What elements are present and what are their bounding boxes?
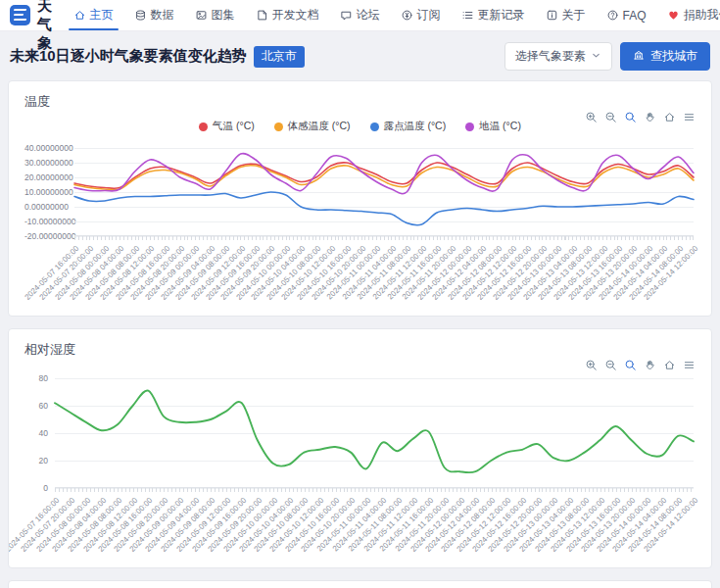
nav-item-label: 订阅 <box>417 7 441 24</box>
nav-item-gallery[interactable]: 图集 <box>192 0 238 30</box>
legend-dot <box>274 122 283 131</box>
plot-area[interactable] <box>55 378 694 488</box>
nav-item-subscribe[interactable]: 订阅 <box>398 0 444 30</box>
chevron-down-icon <box>591 50 601 64</box>
nav-item-home[interactable]: 主页 <box>71 0 117 30</box>
legend-item[interactable]: 气温 (°C) <box>199 120 255 133</box>
reset-home-icon[interactable] <box>663 359 676 371</box>
series-line <box>74 192 694 225</box>
gallery-icon <box>195 9 208 22</box>
chart-series <box>55 378 694 488</box>
chart-toolbar <box>585 359 696 371</box>
changelog-icon <box>461 9 474 22</box>
legend-dot <box>465 122 474 131</box>
y-axis-label: 0 <box>24 483 48 493</box>
nav-item-label: 图集 <box>212 7 235 24</box>
selection-zoom-icon[interactable] <box>624 111 637 123</box>
nav-item-data[interactable]: 数据 <box>131 0 177 30</box>
temperature-card-title: 温度 <box>24 93 696 111</box>
legend-item[interactable]: 体感温度 (°C) <box>274 120 351 133</box>
city-icon <box>633 49 645 64</box>
brand-name: 海天气象 <box>37 0 53 53</box>
y-axis-label: 10.00000000 <box>24 187 68 197</box>
select-element-label: 选择气象要素 <box>515 48 586 65</box>
brand[interactable]: 海天气象 <box>10 0 53 30</box>
menu-icon[interactable] <box>683 111 696 123</box>
x-axis-ticks <box>55 488 695 492</box>
reset-home-icon[interactable] <box>663 111 676 123</box>
pressure-card: 气压 <box>8 580 712 588</box>
y-axis-label: 30.00000000 <box>24 158 68 168</box>
nav-item-label: 主页 <box>90 7 114 24</box>
nav-item-label: 论坛 <box>357 7 380 24</box>
forum-icon <box>340 9 353 22</box>
nav-item-label: 数据 <box>151 7 174 24</box>
nav-item-faq[interactable]: FAQ <box>603 0 649 30</box>
plot-area[interactable] <box>74 148 694 236</box>
y-axis-label: 40.00000000 <box>24 143 68 153</box>
header-actions: 选择气象要素 查找城市 <box>504 42 710 71</box>
legend-dot <box>199 122 208 131</box>
city-badge: 北京市 <box>254 46 305 68</box>
y-axis-label: -10.00000000 <box>24 217 68 226</box>
humidity-card: 相对湿度 8060402002024-05-07 16:00:002024-05… <box>8 328 712 568</box>
select-element-dropdown[interactable]: 选择气象要素 <box>504 42 612 71</box>
nav-item-label: 关于 <box>562 7 586 24</box>
y-axis-label: 40 <box>24 428 48 438</box>
find-city-label: 查找城市 <box>650 48 697 65</box>
page: 海天气象 主页数据图集开发文档论坛订阅更新记录关于FAQ捐助我们 匿名用户 登录… <box>0 0 720 588</box>
series-line <box>74 154 694 194</box>
docs-icon <box>256 9 268 22</box>
nav-item-label: 更新记录 <box>478 7 525 24</box>
legend-label: 地温 (°C) <box>479 120 521 133</box>
series-line <box>55 390 694 472</box>
x-axis-ticks <box>74 236 695 240</box>
nav-item-docs[interactable]: 开发文档 <box>253 0 322 30</box>
navbar: 海天气象 主页数据图集开发文档论坛订阅更新记录关于FAQ捐助我们 匿名用户 登录… <box>0 0 720 31</box>
temperature-chart[interactable]: 40.0000000030.0000000020.0000000010.0000… <box>24 148 696 308</box>
zoom-in-icon[interactable] <box>585 111 598 123</box>
home-icon <box>73 9 86 22</box>
pan-icon[interactable] <box>644 359 656 371</box>
temperature-card: 温度 气温 (°C)体感温度 (°C)露点温度 (°C)地温 (°C) 40.0… <box>8 80 712 317</box>
database-icon <box>134 9 147 22</box>
legend-label: 露点温度 (°C) <box>384 120 447 133</box>
zoom-out-icon[interactable] <box>604 359 617 371</box>
y-axis-label: 0.00000000 <box>24 202 68 212</box>
nav-item-changelog[interactable]: 更新记录 <box>458 0 528 30</box>
page-header: 未来10日逐小时气象要素值变化趋势 北京市 选择气象要素 查找城市 <box>0 31 720 80</box>
nav-item-forum[interactable]: 论坛 <box>337 0 383 30</box>
menu-icon[interactable] <box>683 359 696 371</box>
nav-item-about[interactable]: 关于 <box>543 0 589 30</box>
y-axis-label: 20.00000000 <box>24 172 68 182</box>
nav-item-label: 开发文档 <box>272 7 319 24</box>
pan-icon[interactable] <box>644 111 656 123</box>
legend-item[interactable]: 露点温度 (°C) <box>370 120 447 133</box>
subscribe-icon <box>401 9 413 22</box>
legend-item[interactable]: 地温 (°C) <box>465 120 521 133</box>
y-axis-label: 80 <box>24 373 48 383</box>
faq-icon <box>606 9 619 22</box>
find-city-button[interactable]: 查找城市 <box>620 42 710 71</box>
legend-dot <box>370 122 379 131</box>
nav-items: 主页数据图集开发文档论坛订阅更新记录关于FAQ捐助我们 <box>71 0 720 30</box>
chart-toolbar <box>585 111 696 123</box>
y-axis-label: 20 <box>24 456 48 466</box>
nav-item-donate[interactable]: 捐助我们 <box>664 0 720 30</box>
zoom-in-icon[interactable] <box>585 359 598 371</box>
donate-icon <box>667 9 680 22</box>
nav-item-label: 捐助我们 <box>684 7 720 24</box>
y-axis-label: 60 <box>24 401 48 411</box>
selection-zoom-icon[interactable] <box>624 359 637 371</box>
legend-label: 气温 (°C) <box>213 120 255 133</box>
chart-series <box>74 148 694 236</box>
legend-label: 体感温度 (°C) <box>288 120 351 133</box>
humidity-chart[interactable]: 8060402002024-05-07 16:00:002024-05-07 2… <box>24 378 696 560</box>
y-axis-label: -20.00000000 <box>24 231 68 241</box>
nav-item-label: FAQ <box>623 9 647 23</box>
zoom-out-icon[interactable] <box>604 111 617 123</box>
brand-logo-icon <box>10 5 30 25</box>
about-icon <box>546 9 558 22</box>
humidity-card-title: 相对湿度 <box>24 341 696 359</box>
